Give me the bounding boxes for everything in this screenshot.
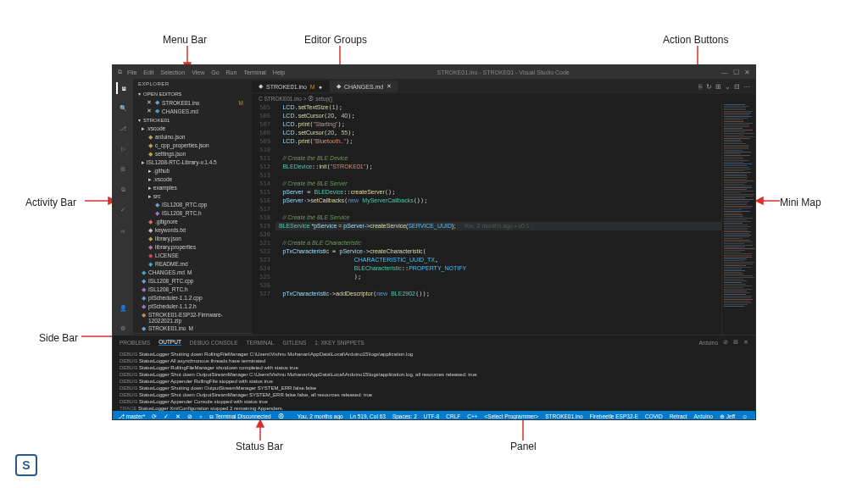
run-debug-icon[interactable]: ▷ xyxy=(117,143,129,155)
status-item[interactable]: ☺ xyxy=(742,413,748,420)
explorer-icon[interactable]: 🗎 xyxy=(116,82,128,94)
menu-item-selection[interactable]: Selection xyxy=(160,69,185,75)
editor-action-button[interactable]: ⊞ xyxy=(715,83,721,91)
window-minimize-button[interactable]: — xyxy=(721,69,728,76)
panel-tab[interactable]: PROBLEMS xyxy=(120,340,150,346)
editor-action-button[interactable]: ⎘ xyxy=(698,83,703,91)
status-item[interactable]: COVID xyxy=(645,413,663,420)
status-item[interactable]: ⦿ xyxy=(278,413,284,420)
mini-map[interactable] xyxy=(721,103,755,335)
menu-item-help[interactable]: Help xyxy=(273,69,285,75)
status-item[interactable]: STROKE01.ino xyxy=(545,413,582,420)
tree-folder[interactable]: ▸ ISL1208-RTC-Library-v.1.4.5 xyxy=(133,158,252,167)
status-item[interactable]: 🔔 xyxy=(754,413,756,420)
status-bar: ⎇ master*⟳✓✕⊘⟐⧉ Terminal Disconnected⦿ Y… xyxy=(113,411,755,420)
status-item[interactable]: ⟐ xyxy=(199,413,203,420)
status-item[interactable]: ⊕ Jeff xyxy=(720,413,735,420)
tree-file[interactable]: ◆ LICENSE xyxy=(133,252,252,260)
test-icon[interactable]: ✓ xyxy=(117,204,129,216)
tree-folder[interactable]: ▸ .github xyxy=(133,167,252,175)
tree-folder[interactable]: ▸ examples xyxy=(133,184,252,192)
label-side-bar: Side Bar xyxy=(39,332,78,344)
window-close-button[interactable]: ✕ xyxy=(744,69,750,76)
open-editor-item[interactable]: ✕◆STROKE01.inoM xyxy=(133,98,252,107)
panel-clear-icon[interactable]: ⊘ xyxy=(723,339,728,346)
extensions-icon[interactable]: ⊞ xyxy=(117,164,129,175)
tree-file[interactable]: ◆ CHANGES.mdM xyxy=(133,269,252,277)
editor-action-button[interactable]: ↻ xyxy=(706,83,712,91)
status-item[interactable]: ⎇ master* xyxy=(118,413,145,420)
window-maximize-button[interactable]: ☐ xyxy=(733,69,739,76)
status-item[interactable]: C++ xyxy=(467,413,477,420)
panel-channel[interactable]: Arduino xyxy=(699,340,718,346)
account-icon[interactable]: 👤 xyxy=(117,302,129,314)
status-item[interactable]: ⧉ Terminal Disconnected xyxy=(209,413,270,420)
status-item[interactable]: <Select Programmer> xyxy=(485,413,539,420)
status-item[interactable]: ✓ xyxy=(164,413,169,420)
gear-icon[interactable]: ⚙ xyxy=(117,323,129,335)
tree-file[interactable]: ◆ ISL1208_RTC.h xyxy=(133,286,252,294)
editor-action-button[interactable]: ⌄ xyxy=(725,83,731,91)
tree-folder[interactable]: ▸ .vscode xyxy=(133,125,252,133)
remote-icon[interactable]: ⧉ xyxy=(117,184,129,196)
panel-tab[interactable]: DEBUG CONSOLE xyxy=(190,340,238,346)
tree-file[interactable]: ◆ ISL1208_RTC.cpp xyxy=(133,201,252,209)
status-item[interactable]: Spaces: 2 xyxy=(392,413,417,420)
status-item[interactable]: CRLF xyxy=(446,413,460,420)
status-item[interactable]: ✕ xyxy=(175,413,181,420)
menu-item-terminal[interactable]: Terminal xyxy=(243,69,265,75)
editor-action-button[interactable]: ⊟ xyxy=(734,83,740,91)
panel-output[interactable]: DEBUG StatusLogger Shutting down Rolling… xyxy=(113,349,755,411)
tree-file[interactable]: ◆ STROKE01.inoM xyxy=(133,324,252,333)
source-control-icon[interactable]: ⎇ xyxy=(117,123,129,135)
menu-item-go[interactable]: Go xyxy=(211,69,219,75)
editor-tabs: ◆STROKE01.ino M●◆CHANGES.md✕ ⎘↻⊞⌄⊟⋯ xyxy=(252,79,755,94)
tree-file[interactable]: ◆ settings.json xyxy=(133,150,252,158)
tree-file[interactable]: ◆ README.md xyxy=(133,260,252,269)
panel-maximize-icon[interactable]: ⊞ xyxy=(733,339,738,346)
editor-tab[interactable]: ◆STROKE01.ino M● xyxy=(252,80,330,92)
panel-tab[interactable]: GITLENS xyxy=(282,340,306,346)
tree-file[interactable]: ◆ ptScheduler-1.1.2.cpp xyxy=(133,294,252,302)
panel-tab[interactable]: TERMINAL xyxy=(247,340,275,346)
open-editor-item[interactable]: ✕◆CHANGES.md xyxy=(133,107,252,115)
tree-file[interactable]: ◆ library.properties xyxy=(133,243,252,252)
panel-tab[interactable]: OUTPUT xyxy=(159,339,181,346)
status-item[interactable]: ⟳ xyxy=(152,413,157,420)
tree-folder[interactable]: ▸ src xyxy=(133,192,252,201)
menu-item-view[interactable]: View xyxy=(192,69,204,75)
project-section[interactable]: ▾ STROKE01 xyxy=(133,115,252,125)
search-icon[interactable]: 🔍 xyxy=(117,103,129,114)
tree-file[interactable]: ◆ arduino.json xyxy=(133,133,252,141)
editor-action-button[interactable]: ⋯ xyxy=(743,83,750,91)
status-item[interactable]: Firebeetle ESP32-E xyxy=(590,413,638,420)
tree-file[interactable]: ◆ .gitignore xyxy=(133,218,252,226)
tree-file[interactable]: ◆ ISL1208_RTC.cpp xyxy=(133,277,252,286)
tree-file[interactable]: ◆ keywords.txt xyxy=(133,226,252,235)
menu-item-run[interactable]: Run xyxy=(226,69,237,75)
code-editor[interactable]: LCD.setTextSize(1); LCD.setCursor(20, 40… xyxy=(275,103,721,335)
arduino-icon[interactable]: ∞ xyxy=(117,225,129,236)
tree-file[interactable]: ◆ STROKE01-ESP32-Firmware-12022021.zip xyxy=(133,311,252,324)
tree-file[interactable]: ◆ ptScheduler-1.1.2.h xyxy=(133,302,252,311)
status-item[interactable]: Retract xyxy=(670,413,687,420)
tree-file[interactable]: ◆ library.json xyxy=(133,235,252,243)
window-title: STROKE01.ino - STROKE01 - Visual Studio … xyxy=(285,69,721,75)
menu-item-file[interactable]: File xyxy=(127,69,136,75)
tree-file[interactable]: ◆ c_cpp_properties.json xyxy=(133,141,252,150)
menu-item-edit[interactable]: Edit xyxy=(143,69,153,75)
status-item[interactable]: ⊘ xyxy=(187,413,192,420)
panel-close-icon[interactable]: ✕ xyxy=(743,339,748,346)
sidebar-section[interactable]: ▸ OUTLINE xyxy=(133,333,252,335)
status-item[interactable]: UTF-8 xyxy=(424,413,439,420)
status-item[interactable]: Arduino xyxy=(694,413,713,420)
breadcrumb[interactable]: C STROKE01.ino > ⦿ setup() xyxy=(252,94,755,103)
status-item[interactable]: You, 2 months ago xyxy=(298,413,343,420)
open-editors-section[interactable]: ▾ OPEN EDITORS xyxy=(133,89,252,98)
editor-tab[interactable]: ◆CHANGES.md✕ xyxy=(330,80,399,92)
tree-folder[interactable]: ▸ .vscode xyxy=(133,175,252,184)
tree-file[interactable]: ◆ ISL1208_RTC.h xyxy=(133,209,252,218)
panel-tab[interactable]: 1: XKEY SNIPPETS xyxy=(314,340,364,346)
status-item[interactable]: Ln 519, Col 63 xyxy=(350,413,386,420)
label-status-bar: Status Bar xyxy=(236,441,283,452)
